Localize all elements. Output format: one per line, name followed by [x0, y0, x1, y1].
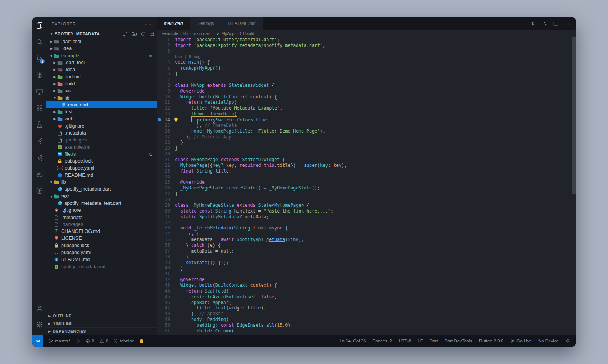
file-CHANGELOG.md[interactable]: CHANGELOG.md — [46, 228, 157, 235]
section-timeline[interactable]: ▶TIMELINE — [46, 320, 157, 327]
new-folder-icon[interactable] — [132, 31, 137, 37]
code-line-40[interactable]: 40 } — [157, 265, 576, 271]
code-line-35[interactable]: 35 metaData = await SpotifyApi.getData(l… — [157, 237, 576, 243]
folder-example[interactable]: ▼example — [46, 52, 157, 59]
code-area[interactable]: 1import 'package:flutter/material.dart';… — [157, 37, 576, 335]
folder-build[interactable]: ▶build — [46, 80, 157, 87]
folder-lib[interactable]: ▼lib — [46, 179, 157, 186]
code-line-27[interactable]: 27} — [157, 191, 576, 197]
code-line-7[interactable]: 7 — [157, 77, 576, 83]
file-pubspec.yaml[interactable]: {..}pubspec.yaml — [46, 165, 157, 171]
source-control-icon[interactable]: 1 — [32, 50, 46, 67]
code-line-42[interactable]: 42 @override — [157, 277, 576, 283]
remote-explorer-icon[interactable] — [32, 83, 46, 100]
code-line-51[interactable]: 51 child: Column( — [157, 328, 576, 334]
file-.metadata[interactable]: .metadata — [46, 214, 157, 221]
status-bell-icon[interactable] — [565, 339, 570, 344]
file-README.md[interactable]: iREADME.md — [46, 172, 157, 179]
code-line-39[interactable]: 39 setState(() {}); — [157, 260, 576, 266]
code-line-11[interactable]: 11 return MaterialApp( — [157, 100, 576, 105]
code-line-10[interactable]: 10 Widget build(BuildContext context) { — [157, 94, 576, 100]
file-pubspec.lock[interactable]: pubspec.lock — [46, 242, 157, 249]
code-line-18[interactable]: 18 } — [157, 140, 576, 145]
collapse-icon[interactable] — [149, 31, 155, 37]
file-.gitignore[interactable]: .gitignore — [46, 123, 157, 130]
code-line-19[interactable]: 19} — [157, 145, 576, 151]
code-line-50[interactable]: 50 padding: const EdgeInsets.all(15.0), — [157, 322, 576, 328]
status-ln-14-col-36[interactable]: Ln 14, Col 36 — [340, 339, 366, 343]
settings-gear-icon[interactable] — [32, 316, 46, 333]
code-line-33[interactable]: 33 void _fetchMetadata(String link) asyn… — [157, 225, 576, 231]
folder-android[interactable]: ▶android — [46, 73, 157, 80]
project-section-header[interactable]: ▼ SPOTIFY_METADATA — [46, 30, 157, 38]
code-line-31[interactable]: 31 static SpotifyMetadata? metaData; — [157, 214, 576, 220]
status-go-live[interactable]: Go Live — [510, 339, 532, 344]
folder-lib[interactable]: ▼lib — [46, 94, 157, 101]
code-line-20[interactable]: 20 — [157, 151, 576, 157]
code-line-28[interactable]: 28 — [157, 197, 576, 203]
code-line-44[interactable]: 44 return Scaffold( — [157, 288, 576, 294]
code-line-15[interactable]: 15 ), // ThemeData — [157, 123, 576, 128]
extensions-icon[interactable] — [32, 100, 46, 116]
status-sync-icon[interactable] — [75, 339, 80, 344]
section-outline[interactable]: ▶OUTLINE — [46, 312, 157, 320]
code-line-34[interactable]: 34 try { — [157, 231, 576, 237]
file-spotify_metadata.iml[interactable]: spotify_metadata.iml — [46, 263, 157, 270]
status-master-[interactable]: master* — [48, 339, 70, 344]
code-line-25[interactable]: 25 @override — [157, 180, 576, 185]
editor-scrollbar[interactable] — [572, 37, 576, 194]
code-line-14[interactable]: 14 primarySwatch: Colors.blue, — [157, 117, 576, 123]
code-line-45[interactable]: 45 resizeToAvoidBottomInset: false, — [157, 294, 576, 300]
run-or-debug-icon[interactable] — [542, 21, 548, 27]
folder-.dart_tool[interactable]: ▶.dart_tool — [46, 38, 157, 45]
file-pubspec.lock[interactable]: pubspec.lock — [46, 158, 157, 165]
code-line-26[interactable]: 26 _MyHomePageState createState() ⇒ _MyH… — [157, 185, 576, 191]
code-line-12[interactable]: 12 title: 'Youtube Metadata Example', — [157, 105, 576, 111]
folder-ios[interactable]: ▶ios — [46, 87, 157, 94]
folder-.idea[interactable]: ▶.idea — [46, 45, 157, 52]
docker-icon[interactable] — [32, 166, 46, 183]
file-file.ts[interactable]: TSfile.tsU — [46, 151, 157, 158]
file-.gitignore[interactable]: .gitignore — [46, 207, 157, 214]
file-LICENSE[interactable]: LICENSE — [46, 235, 157, 242]
code-line-5[interactable]: 5 runApp(MyApp()); — [157, 65, 576, 71]
file-spotify_metadata_test.dart[interactable]: spotify_metadata_test.dart — [46, 200, 157, 207]
file-.packages[interactable]: .packages — [46, 221, 157, 228]
search-icon[interactable] — [32, 34, 46, 50]
status-0[interactable]: 0 — [85, 339, 94, 344]
status-no-device[interactable]: No Device — [538, 339, 559, 343]
code-line-41[interactable]: 41 — [157, 271, 576, 277]
file-spotify_metadata.dart[interactable]: spotify_metadata.dart — [46, 186, 157, 193]
code-line-22[interactable]: 22 MyHomePage({Key? key, required this.t… — [157, 163, 576, 168]
code-line-30[interactable]: 30 static const String hintText = "Paste… — [157, 208, 576, 214]
new-file-icon[interactable] — [123, 31, 128, 37]
status-flutter-2-0-6[interactable]: Flutter: 2.0.6 — [479, 339, 504, 343]
flutter-icon[interactable] — [32, 133, 46, 150]
code-line-23[interactable]: 23 final String title; — [157, 168, 576, 174]
section-dependencies[interactable]: ▶DEPENDENCIES — [46, 327, 157, 335]
breadcrumb-item-lib[interactable]: lib — [183, 31, 188, 36]
status-0[interactable]: 0 — [99, 339, 108, 344]
split-editor-icon[interactable] — [553, 21, 559, 27]
tab-main-dart[interactable]: main.dart — [157, 17, 190, 30]
code-line-36[interactable]: 36 } catch (e) { — [157, 243, 576, 248]
status-spaces-2[interactable]: Spaces: 2 — [373, 339, 392, 343]
breadcrumb-item-build[interactable]: build — [240, 31, 254, 36]
refresh-icon[interactable] — [140, 31, 146, 37]
status-lf[interactable]: LF — [418, 339, 423, 343]
files-icon[interactable] — [32, 17, 46, 34]
breadcrumb-item-example[interactable]: example — [162, 31, 178, 36]
file-.metadata[interactable]: .metadata — [46, 130, 157, 136]
file-example.iml[interactable]: example.iml — [46, 143, 157, 150]
code-line-16[interactable]: 16 home: MyHomePage(title: 'Flutter Demo… — [157, 128, 576, 134]
code-line-38[interactable]: 38 } — [157, 254, 576, 260]
tab-settings[interactable]: Settings — [190, 17, 221, 30]
code-line-3[interactable]: 3 — [157, 48, 576, 54]
file-README.md[interactable]: iREADME.md — [46, 256, 157, 263]
code-line-43[interactable]: 43 Widget build(BuildContext context) { — [157, 283, 576, 288]
folder-test[interactable]: ▼test — [46, 193, 157, 200]
testing-icon[interactable] — [32, 116, 46, 133]
code-line-37[interactable]: 37 metaData = null; — [157, 248, 576, 254]
breadcrumb-item-myapp[interactable]: MyApp — [215, 31, 234, 36]
thunder-client-icon[interactable] — [32, 183, 46, 199]
